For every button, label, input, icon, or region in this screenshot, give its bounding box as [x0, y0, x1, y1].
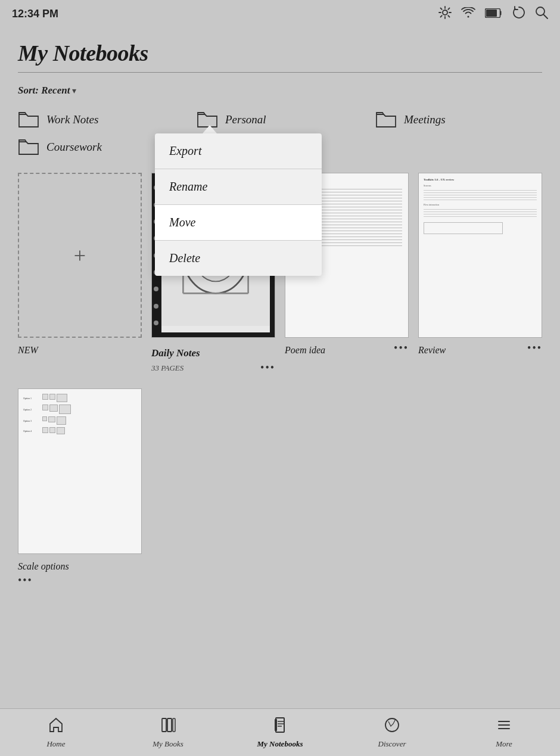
context-menu-move[interactable]: Move	[155, 205, 322, 241]
folder-item-meetings[interactable]: Meetings	[375, 111, 542, 129]
new-notebook-thumbnail: +	[18, 173, 142, 338]
sort-label[interactable]: Sort: Recent	[18, 85, 70, 97]
folder-name-meetings: Meetings	[404, 113, 446, 126]
scale-label-3: Option 3	[23, 419, 40, 422]
nav-my-notebooks-label: My Notebooks	[257, 739, 303, 749]
scale-label-1: Option 1	[23, 397, 40, 400]
nav-discover[interactable]: Discover	[336, 717, 448, 749]
scale-boxes-3	[42, 416, 66, 425]
title-divider	[18, 72, 542, 73]
svg-line-8	[441, 15, 442, 17]
dropdown-arrow	[203, 125, 217, 133]
context-menu: Export Rename Move Delete	[155, 133, 322, 276]
poem-idea-title: Poem idea	[285, 345, 325, 356]
scale-label-4: Option 4	[23, 430, 40, 433]
context-menu-rename[interactable]: Rename	[155, 169, 322, 205]
new-plus-icon: +	[74, 243, 86, 268]
svg-rect-31	[275, 719, 277, 731]
status-time: 12:34 PM	[12, 8, 58, 20]
svg-rect-30	[276, 718, 284, 732]
scale-boxes-4	[42, 427, 65, 434]
folder-name-work-notes: Work Notes	[46, 113, 98, 126]
context-menu-delete[interactable]: Delete	[155, 241, 322, 276]
new-notebook-title: NEW	[18, 345, 38, 356]
svg-line-12	[543, 14, 547, 18]
nav-home[interactable]: Home	[0, 717, 112, 749]
status-icons	[438, 6, 548, 22]
scale-row-2: Option 2	[23, 405, 136, 414]
discover-icon	[384, 717, 400, 737]
poem-idea-footer: Poem idea •••	[285, 340, 409, 356]
scale-row-3: Option 3	[23, 416, 136, 425]
review-diagram-box	[424, 222, 503, 234]
folder-name-coursework: Coursework	[46, 141, 102, 154]
context-menu-export[interactable]: Export	[155, 133, 322, 169]
status-bar: 12:34 PM	[0, 0, 560, 28]
scale-boxes-2	[42, 405, 71, 414]
search-icon[interactable]	[535, 6, 548, 22]
svg-line-7	[448, 8, 449, 10]
svg-rect-27	[162, 718, 166, 732]
scale-row-4: Option 4	[23, 427, 136, 434]
scale-label-2: Option 2	[23, 408, 40, 411]
folder-name-personal: Personal	[225, 113, 266, 126]
new-notebook-item[interactable]: + NEW	[18, 173, 142, 374]
svg-rect-29	[173, 718, 175, 732]
svg-line-6	[448, 15, 449, 17]
nav-more[interactable]: More	[448, 717, 560, 749]
scale-options-title: Scale options	[18, 561, 69, 572]
folder-icon-work-notes	[18, 111, 39, 129]
svg-line-5	[441, 8, 442, 10]
my-books-icon	[160, 717, 176, 737]
nav-more-label: More	[496, 739, 512, 749]
review-item[interactable]: Toolkits 1.6 - UX review Screens Flow in…	[418, 173, 542, 374]
svg-point-0	[443, 10, 447, 15]
daily-notes-title: Daily Notes	[151, 347, 275, 359]
folder-icon-coursework	[18, 138, 39, 156]
brightness-icon[interactable]	[438, 6, 452, 22]
review-lines	[424, 190, 537, 200]
nav-home-label: Home	[46, 739, 65, 749]
sync-icon[interactable]	[512, 6, 525, 22]
scale-options-item[interactable]: Option 1 Option 2 Option 3	[18, 388, 142, 586]
svg-rect-28	[167, 718, 172, 732]
new-notebook-footer: NEW	[18, 340, 142, 356]
home-icon	[48, 717, 64, 737]
daily-notes-more-dots[interactable]: •••	[260, 362, 275, 374]
bottom-nav: Home My Books My Notebooks	[0, 708, 560, 756]
scale-options-footer: Scale options •••	[18, 556, 142, 587]
review-thumb-section: Screens	[424, 184, 537, 187]
daily-title-area: Daily Notes 33 PAGES •••	[151, 338, 275, 374]
nav-my-books[interactable]: My Books	[112, 717, 224, 749]
main-content: My Notebooks Sort: Recent ▾ Work Notes P…	[0, 28, 560, 587]
review-thumb-title: Toolkits 1.6 - UX review	[424, 178, 537, 181]
more-icon	[496, 717, 512, 737]
review-section-2: Flow interaction	[424, 203, 537, 206]
scale-row-1: Option 1	[23, 394, 136, 402]
review-more-dots[interactable]: •••	[527, 342, 542, 354]
daily-notes-pages: 33 PAGES	[151, 363, 183, 373]
page-title: My Notebooks	[18, 28, 542, 72]
context-menu-overlay: Export Rename Move Delete	[155, 125, 322, 276]
nav-my-notebooks[interactable]: My Notebooks	[224, 717, 336, 749]
nav-discover-label: Discover	[378, 739, 406, 749]
poem-idea-more-dots[interactable]: •••	[394, 342, 409, 354]
nav-my-books-label: My Books	[153, 739, 183, 749]
scale-options-thumbnail: Option 1 Option 2 Option 3	[18, 388, 142, 553]
folder-icon-meetings	[375, 111, 397, 129]
battery-icon	[485, 7, 503, 21]
sort-bar[interactable]: Sort: Recent ▾	[18, 85, 542, 97]
daily-notes-footer: 33 PAGES •••	[151, 362, 275, 374]
review-lines-2	[424, 209, 537, 217]
review-title: Review	[418, 345, 446, 356]
review-thumbnail: Toolkits 1.6 - UX review Screens Flow in…	[418, 173, 542, 338]
svg-rect-10	[486, 10, 497, 17]
review-footer: Review •••	[418, 340, 542, 356]
my-notebooks-icon	[272, 717, 288, 737]
wifi-icon	[461, 7, 475, 21]
scale-boxes-1	[42, 394, 67, 402]
scale-options-more-dots[interactable]: •••	[18, 574, 33, 587]
sort-arrow[interactable]: ▾	[72, 86, 76, 96]
